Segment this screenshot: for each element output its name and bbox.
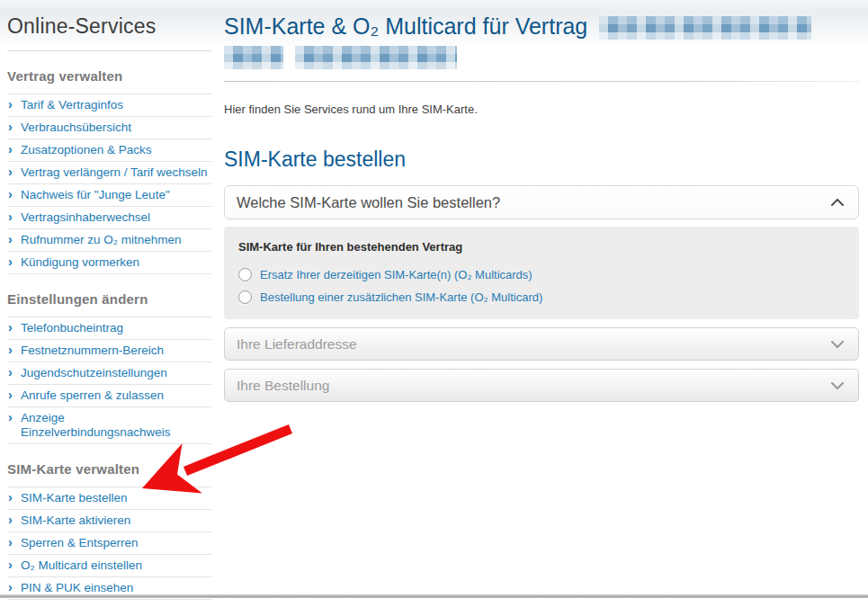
radio-option-ersatz-sim[interactable]: Ersatz Ihrer derzeitigen SIM-Karte(n) (O… [238, 268, 845, 281]
sidebar-item-tarif-vertraginfos[interactable]: ›Tarif & Vertraginfos [7, 94, 211, 116]
sidebar-item-rufnummer-mitnehmen[interactable]: ›Rufnummer zu O₂ mitnehmen [7, 228, 211, 251]
page-bottom-divider [0, 594, 868, 598]
sidebar-item-label: Anrufe sperren & zulassen [21, 388, 164, 402]
sidebar-item-label: Jugendschutzeinstellungen [21, 366, 167, 379]
sidebar-item-festnetznummern-bereich[interactable]: ›Festnetznummern-Bereich [7, 339, 211, 362]
sidebar-item-label: O₂ Multicard einstellen [21, 558, 142, 572]
sidebar-item-kuendigung-vormerken[interactable]: ›Kündigung vormerken [7, 251, 211, 273]
sidebar-item-o2-multicard-einstellen[interactable]: ›O₂ Multicard einstellen [7, 554, 211, 576]
accordion-lieferaddresse[interactable]: Ihre Lieferaddresse [224, 327, 859, 361]
chevron-right-icon: › [8, 120, 13, 134]
sidebar-list-vertrag: ›Tarif & Vertraginfos ›Verbrauchsübersic… [7, 94, 211, 274]
radio-button-icon[interactable] [238, 290, 252, 304]
chevron-right-icon: › [8, 320, 13, 335]
chevron-right-icon: › [8, 254, 13, 269]
options-panel-title: SIM-Karte für Ihren bestehenden Vertrag [238, 240, 845, 254]
chevron-right-icon: › [8, 232, 13, 246]
sidebar-item-label: Telefonbucheintrag [21, 321, 123, 335]
accordion-question-label: Welche SIM-Karte wollen Sie bestellen? [237, 194, 500, 211]
sidebar-item-sim-karte-aktivieren[interactable]: ›SIM-Karte aktivieren [7, 509, 211, 531]
chevron-down-icon [830, 381, 845, 390]
radio-option-label: Ersatz Ihrer derzeitigen SIM-Karte(n) (O… [260, 268, 532, 281]
sidebar-item-label: PIN & PUK einsehen [21, 581, 133, 594]
sidebar-divider [7, 50, 211, 51]
sidebar-item-label: Festnetznummern-Bereich [21, 344, 164, 357]
accordion-lieferaddresse-label: Ihre Lieferaddresse [237, 336, 357, 353]
sidebar-item-anzeige-einzelverbindungsnachweis[interactable]: ›Anzeige Einzelverbindungsnachweis [7, 406, 211, 443]
sidebar-item-jugendschutzeinstellungen[interactable]: ›Jugendschutzeinstellungen [7, 362, 211, 384]
chevron-right-icon: › [8, 97, 13, 112]
chevron-right-icon: › [8, 535, 13, 549]
redacted-contract-name [599, 16, 811, 40]
sidebar-item-verbrauchsuebersicht[interactable]: ›Verbrauchsübersicht [7, 116, 211, 138]
sidebar-item-label: SIM-Karte bestellen [21, 491, 128, 504]
radio-option-label: Bestellung einer zusätzlichen SIM-Karte … [260, 290, 542, 304]
sidebar-item-label: Anzeige Einzelverbindungsnachweis [21, 411, 171, 439]
accordion-bestellung[interactable]: Ihre Bestellung [224, 369, 859, 402]
chevron-right-icon: › [8, 343, 13, 357]
sidebar-list-sim-karte: ›SIM-Karte bestellen ›SIM-Karte aktivier… [7, 486, 211, 600]
sidebar: Online-Services Vertrag verwalten ›Tarif… [7, 0, 211, 600]
chevron-right-icon: › [8, 580, 13, 594]
sidebar-item-sim-karte-bestellen[interactable]: ›SIM-Karte bestellen [7, 486, 211, 509]
chevron-right-icon: › [8, 210, 13, 224]
sidebar-list-einstellungen: ›Telefonbucheintrag ›Festnetznummern-Ber… [7, 317, 211, 444]
sidebar-item-label: SIM-Karte aktivieren [21, 513, 130, 527]
radio-option-zusaetzliche-sim[interactable]: Bestellung einer zusätzlichen SIM-Karte … [238, 290, 845, 304]
redacted-contract-number [224, 46, 283, 69]
sidebar-item-vertragsinhaberwechsel[interactable]: ›Vertragsinhaberwechsel [7, 206, 211, 228]
sidebar-item-label: Rufnummer zu O₂ mitnehmen [21, 233, 182, 246]
chevron-right-icon: › [8, 513, 13, 527]
chevron-right-icon: › [8, 187, 13, 201]
sidebar-section-sim-karte-verwalten: SIM-Karte verwalten [7, 461, 211, 477]
sidebar-item-label: Sperren & Entsperren [21, 536, 139, 549]
accordion-welche-sim-karte[interactable]: Welche SIM-Karte wollen Sie bestellen? [224, 185, 859, 219]
chevron-right-icon: › [8, 388, 13, 402]
sidebar-item-zusatzoptionen-packs[interactable]: ›Zusatzoptionen & Packs [7, 138, 211, 161]
sim-order-options-panel: SIM-Karte für Ihren bestehenden Vertrag … [224, 227, 859, 319]
sidebar-item-label: Kündigung vormerken [21, 255, 139, 269]
intro-text: Hier finden Sie Services rund um Ihre SI… [224, 103, 859, 116]
chevron-right-icon: › [8, 558, 13, 572]
accordion-bestellung-label: Ihre Bestellung [237, 378, 329, 394]
chevron-right-icon: › [8, 142, 13, 156]
sidebar-item-label: Zusatzoptionen & Packs [21, 143, 152, 156]
sidebar-item-sperren-entsperren[interactable]: ›Sperren & Entsperren [7, 531, 211, 554]
sidebar-item-label: Verbrauchsübersicht [21, 121, 131, 134]
redacted-phone-number [295, 46, 457, 69]
sidebar-item-label: Vertragsinhaberwechsel [21, 210, 150, 224]
chevron-right-icon: › [8, 365, 13, 379]
sidebar-title: Online-Services [7, 14, 211, 39]
sidebar-item-label: Nachweis für "Junge Leute" [21, 188, 170, 201]
sidebar-item-label: Vertrag verlängern / Tarif wechseln [21, 165, 208, 179]
sidebar-item-nachweis-junge-leute[interactable]: ›Nachweis für "Junge Leute" [7, 183, 211, 206]
sidebar-section-einstellungen-aendern: Einstellungen ändern [7, 291, 211, 307]
chevron-right-icon: › [8, 490, 13, 504]
section-title-sim-bestellen: SIM-Karte bestellen [224, 147, 859, 172]
sidebar-item-anrufe-sperren-zulassen[interactable]: ›Anrufe sperren & zulassen [7, 384, 211, 406]
sidebar-item-vertrag-verlaengern[interactable]: ›Vertrag verlängern / Tarif wechseln [7, 161, 211, 183]
chevron-up-icon [830, 198, 845, 207]
page-title: SIM-Karte & O₂ Multicard für Vertrag [224, 12, 859, 71]
sidebar-section-vertrag-verwalten: Vertrag verwalten [7, 68, 211, 84]
radio-button-icon[interactable] [238, 268, 252, 281]
chevron-right-icon: › [8, 165, 13, 179]
sidebar-item-telefonbucheintrag[interactable]: ›Telefonbucheintrag [7, 317, 211, 339]
main-content: SIM-Karte & O₂ Multicard für Vertrag Hie… [224, 0, 859, 402]
chevron-right-icon: › [8, 410, 13, 424]
sidebar-item-label: Tarif & Vertraginfos [21, 98, 123, 112]
title-divider [224, 81, 859, 82]
chevron-down-icon [830, 340, 845, 349]
page-title-text: SIM-Karte & O₂ Multicard für Vertrag [224, 13, 587, 39]
